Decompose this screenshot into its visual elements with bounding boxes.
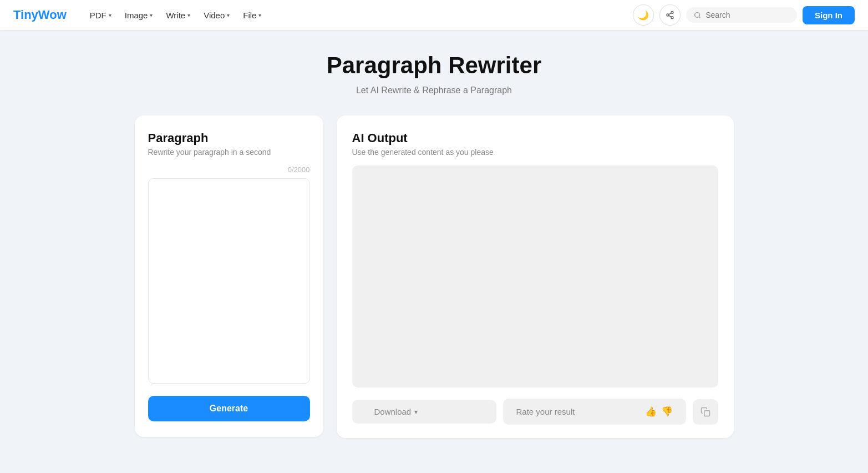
- chevron-down-icon: ▾: [109, 12, 111, 18]
- char-count: 0/2000: [148, 165, 310, 174]
- svg-rect-7: [704, 410, 709, 416]
- rate-button[interactable]: Rate your result 👍 👎: [503, 399, 686, 425]
- copy-icon: [701, 407, 710, 417]
- download-label: Download: [374, 407, 412, 416]
- chevron-down-icon: ▾: [150, 12, 153, 18]
- paragraph-card-title: Paragraph: [148, 131, 310, 145]
- rate-label: Rate your result: [516, 407, 575, 416]
- svg-point-0: [671, 11, 673, 13]
- svg-point-5: [695, 12, 700, 17]
- nav-item-video[interactable]: Video ▾: [198, 7, 235, 23]
- page-subtitle: Let AI Rewrite & Rephrase a Paragraph: [135, 85, 734, 95]
- logo[interactable]: TinyWow: [13, 8, 67, 22]
- search-icon: [694, 11, 701, 19]
- dark-mode-button[interactable]: 🌙: [633, 4, 654, 26]
- svg-line-4: [669, 13, 672, 14]
- svg-line-6: [699, 17, 700, 18]
- logo-blue: Wow: [38, 8, 67, 22]
- search-input[interactable]: [705, 11, 789, 19]
- chevron-down-icon: ▾: [258, 12, 261, 18]
- output-actions: Download ▾ Rate your result 👍 👎: [352, 399, 718, 425]
- cards-container: Paragraph Rewrite your paragraph in a se…: [135, 115, 734, 438]
- svg-point-1: [667, 14, 669, 16]
- search-box[interactable]: [686, 7, 797, 23]
- moon-icon: 🌙: [638, 10, 649, 21]
- download-button[interactable]: Download ▾: [352, 400, 496, 424]
- logo-black: Tiny: [13, 8, 38, 22]
- nav-item-file[interactable]: File ▾: [237, 7, 267, 23]
- left-card: Paragraph Rewrite your paragraph in a se…: [135, 115, 323, 437]
- generate-button[interactable]: Generate: [148, 396, 310, 421]
- output-area: [352, 165, 718, 388]
- right-card: AI Output Use the generated content as y…: [337, 115, 734, 438]
- header-actions: 🌙 Sign In: [633, 4, 855, 26]
- chevron-down-icon: ▾: [227, 12, 230, 18]
- nav-item-image[interactable]: Image ▾: [119, 7, 159, 23]
- rate-icons: 👍 👎: [645, 406, 673, 417]
- nav-item-write[interactable]: Write ▾: [160, 7, 196, 23]
- page-title: Paragraph Rewriter: [135, 52, 734, 79]
- thumbs-down-icon[interactable]: 👎: [661, 406, 673, 417]
- main-content: Paragraph Rewriter Let AI Rewrite & Reph…: [101, 30, 767, 471]
- paragraph-card-subtitle: Rewrite your paragraph in a second: [148, 148, 310, 157]
- copy-button[interactable]: [693, 399, 718, 425]
- output-card-subtitle: Use the generated content as you please: [352, 148, 718, 157]
- thumbs-up-icon[interactable]: 👍: [645, 406, 657, 417]
- chevron-down-icon: ▾: [187, 12, 190, 18]
- nav-item-pdf[interactable]: PDF ▾: [84, 7, 117, 23]
- output-card-title: AI Output: [352, 131, 718, 145]
- chevron-down-icon: ▾: [414, 408, 418, 416]
- share-icon: [666, 11, 674, 19]
- svg-line-3: [669, 16, 672, 17]
- paragraph-textarea[interactable]: [148, 178, 310, 384]
- signin-button[interactable]: Sign In: [803, 6, 855, 24]
- header: TinyWow PDF ▾ Image ▾ Write ▾ Video ▾ Fi…: [0, 0, 868, 30]
- share-button[interactable]: [659, 4, 681, 26]
- page-title-section: Paragraph Rewriter Let AI Rewrite & Reph…: [135, 52, 734, 95]
- svg-point-2: [671, 17, 673, 19]
- nav: PDF ▾ Image ▾ Write ▾ Video ▾ File ▾: [84, 7, 633, 23]
